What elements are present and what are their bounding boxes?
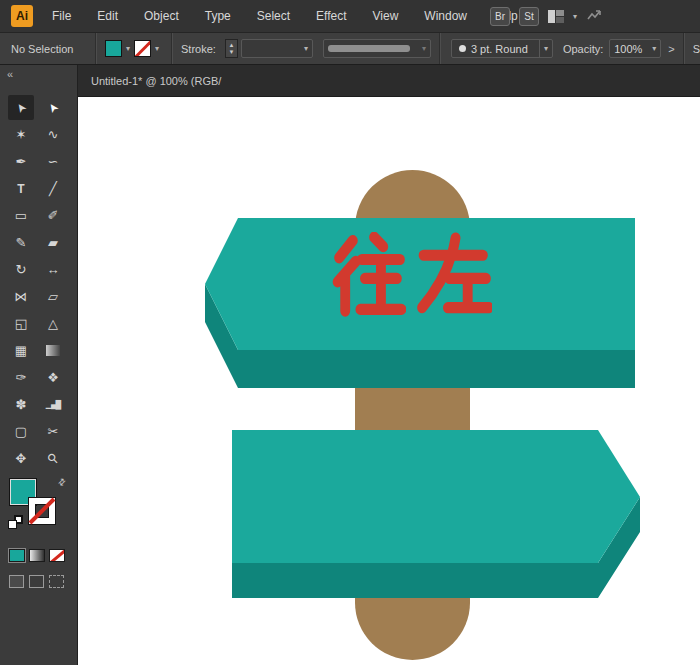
draw-normal-button[interactable] (9, 575, 24, 588)
menu-item-select[interactable]: Select (244, 0, 303, 33)
line-segment-icon: ╱ (49, 182, 57, 195)
opacity-dropdown[interactable]: 100% ▾ (609, 39, 661, 58)
tools-grid: ➤➤✶∿✒∽T╱▭✐✎▰↻↔⋈▱◱△▦■✑❖✽▁▄█▢✂✥⚲ (8, 95, 66, 471)
draw-behind-button[interactable] (29, 575, 44, 588)
zoom-tool[interactable]: ⚲ (40, 446, 66, 471)
eyedropper-tool[interactable]: ✑ (8, 365, 34, 390)
eraser-tool[interactable]: ▰ (40, 230, 66, 255)
blend-tool[interactable]: ❖ (40, 365, 66, 390)
document-tab[interactable]: Untitled-1* @ 100% (RGB/ (91, 75, 221, 87)
stock-button[interactable]: St (519, 7, 539, 26)
eraser-icon: ▰ (48, 236, 58, 249)
curvature-tool[interactable]: ∽ (40, 149, 66, 174)
draw-inside-button[interactable] (49, 575, 64, 588)
bottom-sign-face[interactable] (232, 430, 640, 563)
pen-tool[interactable]: ✒ (8, 149, 34, 174)
artboard-tool[interactable]: ▢ (8, 419, 34, 444)
default-fill-mini (8, 520, 17, 529)
eyedropper-icon: ✑ (16, 371, 27, 384)
shape-builder-tool[interactable]: ◱ (8, 311, 34, 336)
rectangle-icon: ▭ (15, 209, 27, 222)
gradient-tool[interactable]: ■ (40, 338, 66, 363)
brush-chevron-segment[interactable]: ▾ (539, 40, 552, 57)
menu-item-edit[interactable]: Edit (84, 0, 131, 33)
direct-selection-icon: ➤ (45, 100, 61, 115)
stepper-up-icon[interactable]: ▲ (228, 42, 234, 49)
menu-items: FileEditObjectTypeSelectEffectViewWindow… (39, 0, 531, 33)
line-segment-tool[interactable]: ╱ (40, 176, 66, 201)
column-graph-icon: ▁▄█ (46, 401, 61, 409)
symbol-sprayer-tool[interactable]: ✽ (8, 392, 34, 417)
fill-color-swatch[interactable] (105, 40, 122, 57)
menu-item-window[interactable]: Window (411, 0, 480, 33)
curvature-icon: ∽ (48, 155, 59, 168)
hand-icon: ✥ (16, 452, 27, 465)
slice-tool[interactable]: ✂ (40, 419, 66, 444)
illustrator-window: Ai FileEditObjectTypeSelectEffectViewWin… (0, 0, 700, 665)
pen-icon: ✒ (16, 155, 27, 168)
paintbrush-tool[interactable]: ✐ (40, 203, 66, 228)
rectangle-tool[interactable]: ▭ (8, 203, 34, 228)
free-transform-tool[interactable]: ▱ (40, 284, 66, 309)
selection-status: No Selection (11, 43, 87, 55)
type-tool[interactable]: T (8, 176, 34, 201)
swap-fill-stroke-icon[interactable]: ⇄ (56, 476, 68, 488)
chevron-down-icon[interactable]: ▾ (573, 13, 577, 21)
stroke-label: Stroke: (181, 43, 216, 55)
opacity-value: 100% (614, 43, 642, 55)
stroke-weight-dropdown[interactable]: ▾ (241, 39, 313, 58)
fill-stroke-widget: ⇄ (8, 477, 70, 533)
bridge-button[interactable]: Br (490, 7, 510, 26)
menu-item-effect[interactable]: Effect (303, 0, 359, 33)
blend-icon: ❖ (47, 371, 59, 384)
menu-item-object[interactable]: Object (131, 0, 192, 33)
selection-tool[interactable]: ➤ (8, 95, 34, 120)
share-icon[interactable] (586, 8, 602, 26)
rotate-tool[interactable]: ↻ (8, 257, 34, 282)
brush-definition-dropdown[interactable]: 3 pt. Round ▾ (451, 39, 553, 58)
style-label-partial: S (693, 43, 700, 55)
stroke-color-swatch[interactable] (134, 40, 151, 57)
mesh-tool[interactable]: ▦ (8, 338, 34, 363)
magic-wand-tool[interactable]: ✶ (8, 122, 34, 147)
brush-name: 3 pt. Round (471, 43, 528, 55)
overflow-chevron[interactable]: > (668, 43, 674, 55)
workspace-switcher-icon[interactable] (548, 10, 564, 23)
canvas-artboard[interactable]: 往左 (78, 97, 700, 665)
collapse-panel-button[interactable]: « (7, 68, 13, 80)
menu-item-type[interactable]: Type (192, 0, 244, 33)
gradient-button[interactable] (29, 549, 45, 562)
menu-item-file[interactable]: File (39, 0, 84, 33)
chevron-down-icon[interactable]: ▾ (126, 45, 130, 53)
lasso-icon: ∿ (48, 128, 59, 141)
chevron-down-icon: ▾ (422, 45, 426, 53)
app-logo: Ai (11, 5, 33, 27)
zoom-icon: ⚲ (45, 451, 61, 467)
default-fill-stroke-icon[interactable] (8, 515, 24, 531)
pencil-tool[interactable]: ✎ (8, 230, 34, 255)
workspace-icon-left (548, 10, 555, 23)
chevron-down-icon[interactable]: ▾ (155, 45, 159, 53)
opacity-label[interactable]: Opacity: (563, 43, 603, 55)
column-graph-tool[interactable]: ▁▄█ (40, 392, 66, 417)
hand-tool[interactable]: ✥ (8, 446, 34, 471)
symbol-sprayer-icon: ✽ (16, 398, 27, 411)
none-button[interactable] (49, 549, 65, 562)
direct-selection-tool[interactable]: ➤ (40, 95, 66, 120)
perspective-grid-icon: △ (48, 317, 58, 330)
perspective-grid-tool[interactable]: △ (40, 311, 66, 336)
width-tool[interactable]: ⋈ (8, 284, 34, 309)
stepper-down-icon[interactable]: ▼ (228, 49, 234, 56)
tab-bar: Untitled-1* @ 100% (RGB/ (78, 65, 700, 97)
divider (95, 33, 97, 64)
sign-text[interactable]: 往左 (330, 225, 502, 323)
type-icon: T (17, 183, 24, 195)
free-transform-icon: ▱ (48, 290, 58, 303)
color-button[interactable] (9, 549, 25, 562)
stroke-weight-stepper[interactable]: ▲ ▼ (225, 39, 238, 58)
scale-tool[interactable]: ↔ (40, 257, 66, 282)
menu-item-view[interactable]: View (360, 0, 412, 33)
lasso-tool[interactable]: ∿ (40, 122, 66, 147)
none-slash-icon (134, 40, 151, 57)
width-profile-dropdown[interactable]: ▾ (323, 39, 431, 58)
